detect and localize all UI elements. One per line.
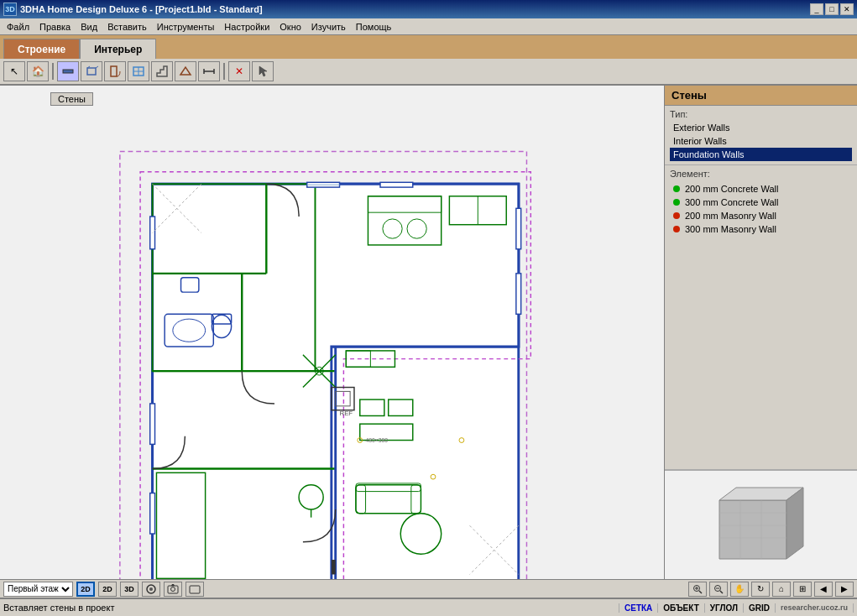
tool-dimension[interactable] <box>198 61 220 81</box>
svg-rect-33 <box>516 208 521 248</box>
nav-zoom-in[interactable] <box>688 582 707 597</box>
preview-svg <box>694 475 828 576</box>
tool-3d-wall[interactable] <box>81 61 102 81</box>
element-300-masonry[interactable]: 300 mm Masonry Wall <box>670 222 852 236</box>
menu-tools[interactable]: Инструменты <box>152 20 220 34</box>
nav-next[interactable]: ▶ <box>835 582 854 597</box>
svg-rect-39 <box>150 493 155 534</box>
status-grid[interactable]: СЕТКА <box>619 603 658 613</box>
menu-help[interactable]: Помощь <box>351 20 397 34</box>
type-interior[interactable]: Interior Walls <box>670 134 852 148</box>
maximize-button[interactable]: □ <box>825 3 839 15</box>
tool-pointer2[interactable] <box>252 61 274 81</box>
menu-edit[interactable]: Правка <box>34 20 76 34</box>
tool-home[interactable]: 🏠 <box>27 61 49 81</box>
svg-marker-92 <box>171 584 175 586</box>
view-2d-button2[interactable]: 2D <box>98 582 117 597</box>
nav-home[interactable]: ⌂ <box>772 582 791 597</box>
type-foundation[interactable]: Foundation Walls <box>670 148 852 161</box>
svg-marker-80 <box>719 500 786 559</box>
svg-text:REF: REF <box>340 410 353 417</box>
view-camera-button[interactable] <box>164 582 182 597</box>
menu-learn[interactable]: Изучить <box>306 20 351 34</box>
svg-rect-34 <box>516 274 521 314</box>
svg-rect-38 <box>150 404 155 444</box>
minimize-button[interactable]: _ <box>810 3 823 15</box>
element-list: 200 mm Concrete Wall 300 mm Concrete Wal… <box>670 182 852 236</box>
type-exterior[interactable]: Exterior Walls <box>670 121 852 134</box>
status-object[interactable]: ОБЪЕКТ <box>658 603 704 613</box>
svg-rect-32 <box>380 182 413 187</box>
menu-insert[interactable]: Вставить <box>102 20 152 34</box>
svg-rect-69 <box>332 560 336 574</box>
element-200-concrete[interactable]: 200 mm Concrete Wall <box>670 182 852 196</box>
svg-rect-0 <box>63 70 73 73</box>
main-content: Стены <box>0 86 857 579</box>
element-dot-red1 <box>673 212 680 219</box>
svg-rect-93 <box>190 586 200 593</box>
bottom-toolbar: Первый этаж 2D 2D 3D ✋ ↻ ⌂ ⊞ ◀ ▶ <box>0 579 857 598</box>
tool-stairs[interactable] <box>151 61 173 81</box>
nav-pan[interactable]: ✋ <box>730 582 749 597</box>
floor-selector[interactable]: Первый этаж <box>3 582 73 597</box>
close-button[interactable]: ✕ <box>840 3 854 15</box>
svg-point-89 <box>149 587 153 591</box>
tool-delete[interactable]: ✕ <box>228 61 250 81</box>
status-bar: Вставляет стены в проект СЕТКА ОБЪЕКТ УГ… <box>0 598 857 616</box>
nav-fit[interactable]: ⊞ <box>793 582 812 597</box>
walls-label: Стены <box>50 92 93 106</box>
element-dot-red2 <box>673 226 680 232</box>
type-list: Exterior Walls Interior Walls Foundation… <box>670 121 852 161</box>
svg-line-99 <box>720 591 723 593</box>
tool-door[interactable] <box>104 61 126 81</box>
svg-line-3 <box>96 66 98 68</box>
tool-select[interactable]: ↖ <box>3 61 25 81</box>
type-section: Тип: Exterior Walls Interior Walls Found… <box>665 106 857 165</box>
right-panel: Стены Тип: Exterior Walls Interior Walls… <box>664 86 857 579</box>
view-render-button[interactable] <box>142 582 160 597</box>
floor-plan-svg[interactable]: REF 480×380 <box>17 111 638 579</box>
svg-line-95 <box>699 591 702 593</box>
tab-stroenie[interactable]: Строение <box>3 39 80 59</box>
svg-marker-82 <box>786 488 803 559</box>
element-dot-green1 <box>673 185 680 192</box>
status-watermark: researcher.ucoz.ru <box>776 603 854 613</box>
element-section: Элемент: 200 mm Concrete Wall 300 mm Con… <box>665 165 857 470</box>
element-300-masonry-label: 300 mm Masonry Wall <box>685 224 776 234</box>
view-extra-button[interactable] <box>186 582 204 597</box>
element-300-concrete[interactable]: 300 mm Concrete Wall <box>670 196 852 209</box>
svg-text:480×380: 480×380 <box>366 437 389 443</box>
panel-title: Стены <box>665 86 857 106</box>
status-angle[interactable]: УГЛОЛ <box>705 603 744 613</box>
element-200-masonry-label: 200 mm Masonry Wall <box>685 211 776 221</box>
status-indicators: СЕТКА ОБЪЕКТ УГЛОЛ GRID researcher.ucoz.… <box>619 603 854 613</box>
menu-view[interactable]: Вид <box>76 20 102 34</box>
menu-window[interactable]: Окно <box>274 20 306 34</box>
tool-window[interactable] <box>128 61 149 81</box>
nav-prev[interactable]: ◀ <box>814 582 833 597</box>
svg-rect-1 <box>87 68 96 75</box>
element-200-concrete-label: 200 mm Concrete Wall <box>685 184 778 194</box>
type-label: Тип: <box>670 109 852 119</box>
tool-wall[interactable] <box>57 61 79 81</box>
drawing-area[interactable]: Стены <box>0 86 664 579</box>
tab-interer[interactable]: Интерьер <box>80 39 156 59</box>
nav-zoom-out[interactable] <box>709 582 728 597</box>
menu-file[interactable]: Файл <box>2 20 34 34</box>
tool-roof[interactable] <box>175 61 196 81</box>
status-grid2[interactable]: GRID <box>744 603 776 613</box>
element-200-masonry[interactable]: 200 mm Masonry Wall <box>670 209 852 222</box>
window-controls: _ □ ✕ <box>810 3 854 15</box>
view-2d-button1[interactable]: 2D <box>76 582 95 597</box>
status-text: Вставляет стены в проект <box>3 603 612 613</box>
element-label: Элемент: <box>670 169 852 179</box>
tab-bar: Строение Интерьер <box>0 35 857 59</box>
svg-rect-4 <box>111 66 117 76</box>
nav-rotate[interactable]: ↻ <box>751 582 770 597</box>
app-icon: 3D <box>3 3 17 16</box>
svg-point-91 <box>171 587 175 591</box>
menu-settings[interactable]: Настройки <box>219 20 274 34</box>
view-3d-button[interactable]: 3D <box>120 582 138 597</box>
bottom-right-tools: ✋ ↻ ⌂ ⊞ ◀ ▶ <box>688 582 854 597</box>
window-title: 3DHA Home Design Deluxe 6 - [Project1.bl… <box>20 4 263 14</box>
